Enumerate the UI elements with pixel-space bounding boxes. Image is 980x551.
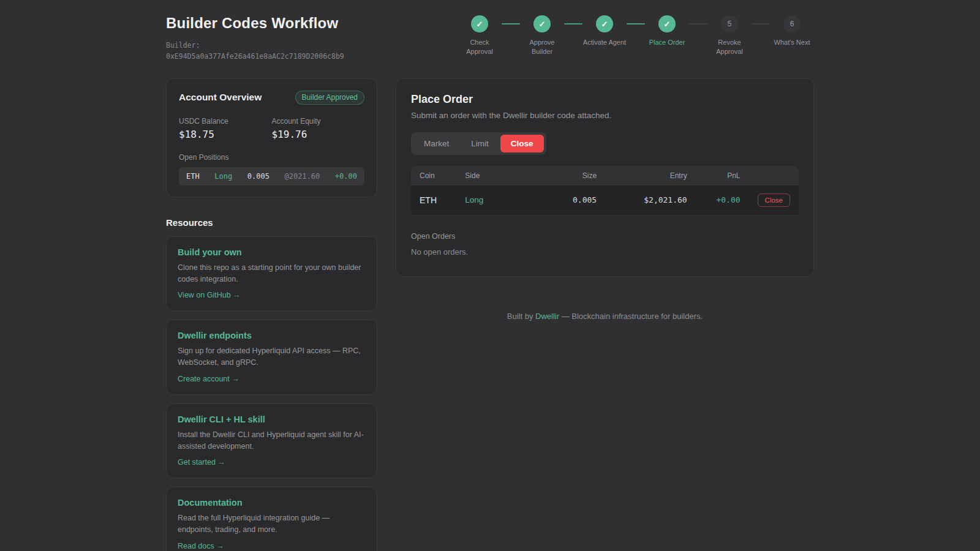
step-label: Place Order [649, 38, 685, 47]
resource-title: Documentation [178, 498, 366, 508]
builder-address: 0xE94D5a0a377Afe26a461e8aAC2c7189D2006c8… [166, 51, 344, 62]
check-icon: ✓ [658, 15, 676, 32]
create-account-link[interactable]: Create account → [178, 375, 366, 383]
step-connector [752, 23, 770, 24]
builder-info: Builder: 0xE94D5a0a377Afe26a461e8aAC2c71… [166, 40, 344, 62]
page-title: Builder Codes Workflow [166, 15, 344, 32]
order-type-tabs: Market Limit Close [411, 132, 546, 155]
resources-heading: Resources [166, 217, 377, 228]
table-row: ETH Long 0.005 $2,021.60 +0.00 Close [411, 186, 799, 216]
workflow-stepper: ✓ Check Approval ✓ Approve Builder ✓ Act… [458, 15, 814, 56]
right-column: Place Order Submit an order with the Dwe… [396, 78, 814, 551]
column-header-size: Size [527, 166, 606, 186]
resource-description: Sign up for dedicated Hyperliquid API ac… [178, 345, 366, 369]
usdc-balance-value: $18.75 [179, 129, 272, 140]
place-order-card: Place Order Submit an order with the Dwe… [396, 78, 814, 277]
step-label: Revoke Approval [707, 38, 752, 56]
resource-description: Install the Dwellir CLI and Hyperliquid … [178, 429, 366, 452]
step-check-approval: ✓ Check Approval [458, 15, 502, 56]
step-label: What's Next [774, 38, 810, 47]
row-size: 0.005 [527, 186, 606, 216]
resource-description: Read the full Hyperliquid integration gu… [178, 512, 366, 536]
account-equity-value: $19.76 [272, 129, 365, 140]
step-label: Activate Agent [583, 38, 626, 47]
account-overview-title: Account Overview [179, 92, 262, 103]
resource-description: Clone this repo as a starting point for … [178, 262, 366, 285]
position-coin: ETH [186, 172, 200, 181]
get-started-link[interactable]: Get started → [178, 458, 366, 467]
row-action-cell: Close [749, 186, 799, 216]
row-entry: $2,021.60 [605, 186, 696, 216]
row-coin: ETH [411, 186, 456, 216]
footer-suffix: — Blockchain infrastructure for builders… [559, 312, 703, 321]
resource-card-build-your-own[interactable]: Build your own Clone this repo as a star… [166, 236, 377, 312]
place-order-title: Place Order [411, 93, 799, 106]
table-header-row: Coin Side Size Entry PnL [411, 166, 799, 186]
builder-label: Builder: [166, 40, 344, 51]
resource-title: Build your own [178, 247, 366, 257]
page-header: Builder Codes Workflow Builder: 0xE94D5a… [166, 15, 814, 62]
step-revoke-approval: 5 Revoke Approval [707, 15, 752, 56]
row-pnl: +0.00 [696, 186, 749, 216]
account-equity-stat: Account Equity $19.76 [272, 117, 365, 140]
step-label: Check Approval [458, 38, 502, 56]
position-side: Long [214, 172, 232, 181]
read-docs-link[interactable]: Read docs → [178, 542, 366, 550]
column-header-actions [749, 166, 799, 186]
no-open-orders-text: No open orders. [411, 247, 799, 257]
step-number: 6 [783, 15, 801, 32]
column-header-pnl: PnL [696, 166, 749, 186]
close-position-button[interactable]: Close [758, 193, 790, 207]
step-connector [627, 23, 645, 24]
view-on-github-link[interactable]: View on GitHub → [178, 291, 366, 299]
builder-approved-badge: Builder Approved [295, 91, 364, 105]
account-card-header: Account Overview Builder Approved [179, 91, 364, 105]
step-connector [564, 23, 582, 24]
tab-market[interactable]: Market [413, 135, 459, 152]
step-number: 5 [721, 15, 738, 32]
position-row: ETH Long 0.005 @2021.60 +0.00 [179, 167, 364, 186]
step-place-order: ✓ Place Order [645, 15, 689, 47]
step-whats-next: 6 What's Next [770, 15, 814, 47]
check-icon: ✓ [471, 15, 488, 32]
resource-title: Dwellir endpoints [178, 331, 366, 340]
check-icon: ✓ [596, 15, 613, 32]
step-label: Approve Builder [520, 38, 564, 56]
left-column: Account Overview Builder Approved USDC B… [166, 78, 377, 551]
usdc-balance-stat: USDC Balance $18.75 [179, 117, 272, 140]
tab-close[interactable]: Close [500, 135, 544, 152]
step-connector [689, 23, 707, 24]
account-stats: USDC Balance $18.75 Account Equity $19.7… [179, 117, 364, 140]
dwellir-link[interactable]: Dwellir [535, 312, 559, 321]
main-layout: Account Overview Builder Approved USDC B… [166, 78, 814, 551]
step-activate-agent: ✓ Activate Agent [582, 15, 627, 47]
page-container: Builder Codes Workflow Builder: 0xE94D5a… [166, 0, 814, 551]
usdc-balance-label: USDC Balance [179, 117, 272, 126]
column-header-entry: Entry [605, 166, 696, 186]
step-connector [502, 23, 520, 24]
header-left: Builder Codes Workflow Builder: 0xE94D5a… [166, 15, 344, 62]
resource-title: Dwellir CLI + HL skill [178, 414, 366, 424]
place-order-subtitle: Submit an order with the Dwellir builder… [411, 111, 799, 120]
positions-table: Coin Side Size Entry PnL ETH Long 0.005 [411, 166, 799, 216]
resource-card-documentation[interactable]: Documentation Read the full Hyperliquid … [166, 487, 377, 551]
position-entry: @2021.60 [284, 172, 320, 181]
position-pnl: +0.00 [335, 172, 357, 181]
position-size: 0.005 [247, 172, 270, 181]
open-orders-label: Open Orders [411, 232, 799, 241]
row-side: Long [456, 186, 527, 216]
step-approve-builder: ✓ Approve Builder [520, 15, 564, 56]
open-positions-label: Open Positions [179, 153, 364, 162]
check-icon: ✓ [533, 15, 551, 32]
account-overview-card: Account Overview Builder Approved USDC B… [166, 78, 377, 197]
tab-limit[interactable]: Limit [461, 135, 499, 152]
page-footer: Built by Dwellir — Blockchain infrastruc… [396, 312, 814, 321]
resource-card-dwellir-endpoints[interactable]: Dwellir endpoints Sign up for dedicated … [166, 320, 377, 395]
footer-prefix: Built by [507, 312, 535, 321]
account-equity-label: Account Equity [272, 117, 365, 126]
column-header-coin: Coin [411, 166, 456, 186]
column-header-side: Side [456, 166, 527, 186]
resource-card-dwellir-cli[interactable]: Dwellir CLI + HL skill Install the Dwell… [166, 403, 377, 479]
